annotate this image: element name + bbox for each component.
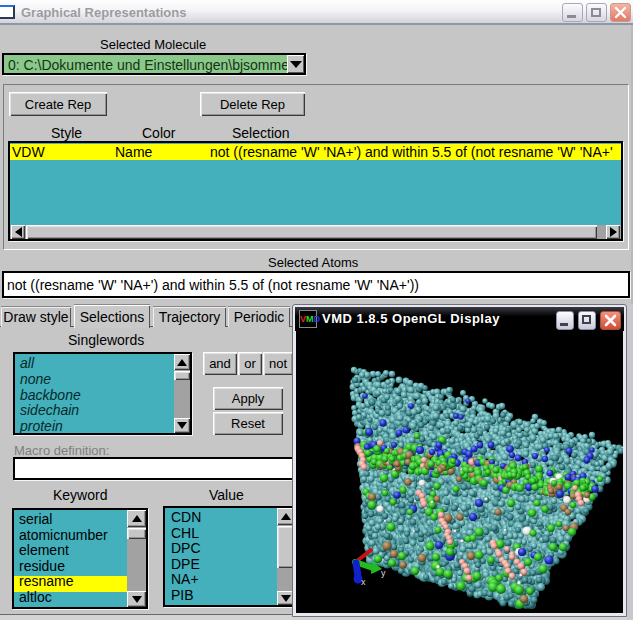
svg-text:y: y bbox=[381, 568, 386, 578]
svg-text:x: x bbox=[361, 577, 366, 587]
